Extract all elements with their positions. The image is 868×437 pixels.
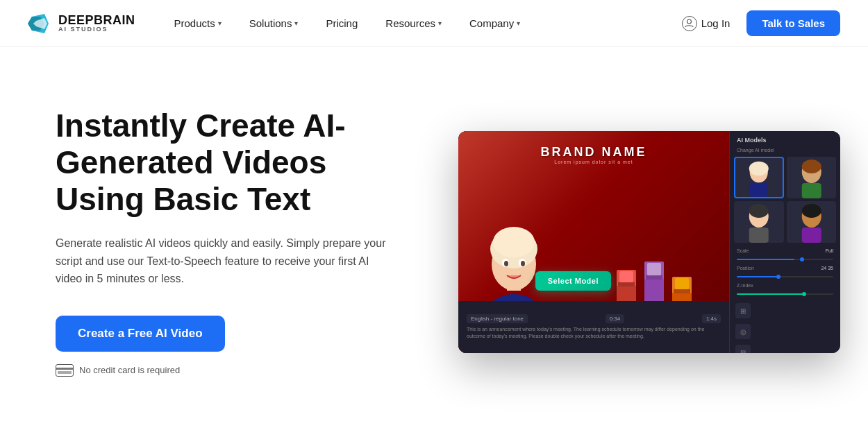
svg-rect-32 bbox=[801, 183, 821, 198]
time-badge-1: 0:34 bbox=[606, 314, 625, 323]
nav-item-solutions[interactable]: Solutions ▾ bbox=[238, 12, 310, 35]
deepbrain-logo-icon bbox=[28, 11, 53, 36]
panel-avatar-svg-3 bbox=[734, 201, 784, 243]
nav-item-resources[interactable]: Resources ▾ bbox=[374, 12, 453, 35]
logo-brand: DEEPBRAIN bbox=[58, 14, 135, 26]
scale-slider[interactable] bbox=[737, 259, 833, 260]
bottom-bar-script-text: This is an announcement where today's me… bbox=[467, 326, 721, 340]
scale-value: Full bbox=[826, 248, 833, 253]
main-content: Instantly Create AI-Generated Videos Usi… bbox=[0, 47, 868, 437]
credit-card-icon bbox=[56, 364, 74, 377]
product-screenshot: BRAND NAME Lorem ipsum dolor sit a met bbox=[458, 131, 840, 353]
panel-avatar-svg-1 bbox=[735, 158, 783, 197]
svg-rect-40 bbox=[801, 228, 821, 243]
nav-links: Products ▾ Solutions ▾ Pricing Resources… bbox=[163, 12, 674, 35]
svg-rect-6 bbox=[618, 282, 635, 286]
chevron-down-icon: ▾ bbox=[517, 19, 520, 27]
brand-name-text: BRAND NAME bbox=[541, 145, 647, 160]
panel-ai-models-title: AI Models bbox=[734, 137, 836, 144]
panel-zindex-row: Z-Index bbox=[734, 282, 836, 289]
svg-rect-11 bbox=[647, 263, 661, 275]
right-panel: BRAND NAME Lorem ipsum dolor sit a met bbox=[458, 131, 840, 353]
nav-item-company[interactable]: Company ▾ bbox=[458, 12, 531, 35]
brand-overlay: BRAND NAME Lorem ipsum dolor sit a met bbox=[541, 145, 647, 164]
screenshot-bottom-bar: English - regular tone 0:34 1:4s This is… bbox=[458, 301, 729, 353]
svg-rect-10 bbox=[646, 275, 662, 280]
svg-rect-15 bbox=[675, 278, 689, 289]
nav-right: Log In Talk to Sales bbox=[674, 10, 840, 37]
panel-avatar-card-3[interactable] bbox=[734, 201, 784, 243]
logo-text: DEEPBRAIN AI STUDIOS bbox=[58, 14, 135, 33]
svg-rect-36 bbox=[749, 228, 769, 243]
svg-rect-28 bbox=[750, 182, 768, 197]
user-avatar-icon bbox=[685, 19, 694, 28]
bottom-bar-top-row: English - regular tone 0:34 1:4s bbox=[467, 314, 721, 323]
talk-to-sales-button[interactable]: Talk to Sales bbox=[746, 10, 840, 36]
svg-point-39 bbox=[801, 204, 821, 218]
panel-avatar-svg-2 bbox=[787, 157, 837, 198]
hero-subtitle: Generate realistic AI videos quickly and… bbox=[56, 234, 389, 288]
create-free-video-button[interactable]: Create a Free AI Video bbox=[56, 316, 225, 352]
language-badge: English - regular tone bbox=[467, 314, 528, 323]
panel-avatar-svg-4 bbox=[787, 201, 837, 243]
svg-point-27 bbox=[749, 162, 769, 176]
login-button[interactable]: Log In bbox=[674, 10, 739, 37]
navbar: DEEPBRAIN AI STUDIOS Products ▾ Solution… bbox=[0, 0, 868, 47]
tool-icon-3[interactable]: ⊟ bbox=[735, 345, 751, 353]
panel-position-row: Position 24 35 bbox=[734, 264, 836, 272]
panel-avatar-card-2[interactable] bbox=[787, 157, 837, 198]
svg-point-35 bbox=[749, 204, 769, 218]
svg-point-3 bbox=[687, 19, 692, 24]
position-label: Position bbox=[737, 266, 754, 271]
position-slider[interactable] bbox=[737, 276, 833, 277]
zindex-label: Z-Index bbox=[737, 283, 753, 288]
logo-sub: AI STUDIOS bbox=[58, 26, 135, 33]
panel-change-label: Change AI model bbox=[734, 148, 836, 153]
select-model-button[interactable]: Select Model bbox=[535, 271, 611, 291]
nav-item-pricing[interactable]: Pricing bbox=[315, 12, 369, 35]
hero-title: Instantly Create AI-Generated Videos Usi… bbox=[56, 108, 417, 218]
scale-label: Scale bbox=[737, 248, 749, 253]
time-badge-2: 1:4s bbox=[702, 314, 721, 323]
brand-sub-text: Lorem ipsum dolor sit a met bbox=[541, 160, 647, 164]
panel-toolbar: ⊞ ◎ ⊟ ↕ bbox=[734, 300, 836, 353]
svg-rect-14 bbox=[674, 289, 690, 293]
chevron-down-icon: ▾ bbox=[438, 19, 442, 27]
left-panel: Instantly Create AI-Generated Videos Usi… bbox=[56, 108, 417, 376]
svg-point-31 bbox=[801, 160, 821, 173]
screenshot-main-scene: BRAND NAME Lorem ipsum dolor sit a met bbox=[458, 131, 729, 353]
no-credit-label: No credit card is required bbox=[56, 364, 417, 377]
screenshot-right-panel: AI Models Change AI model bbox=[729, 131, 840, 353]
svg-rect-7 bbox=[619, 271, 633, 282]
panel-avatar-grid bbox=[734, 157, 836, 243]
panel-avatar-card-1[interactable] bbox=[734, 157, 784, 198]
logo[interactable]: DEEPBRAIN AI STUDIOS bbox=[28, 11, 135, 36]
panel-controls: Scale Full Position 24 35 bbox=[734, 247, 836, 296]
svg-point-24 bbox=[521, 261, 525, 266]
position-values: 24 35 bbox=[821, 266, 833, 271]
tool-icon-2[interactable]: ◎ bbox=[735, 324, 751, 339]
svg-point-20 bbox=[493, 227, 535, 257]
panel-scale-row: Scale Full bbox=[734, 247, 836, 255]
panel-avatar-card-4[interactable] bbox=[787, 201, 837, 243]
svg-point-23 bbox=[504, 261, 508, 266]
user-icon bbox=[682, 16, 697, 31]
zindex-slider[interactable] bbox=[737, 293, 833, 295]
chevron-down-icon: ▾ bbox=[218, 19, 222, 27]
nav-item-products[interactable]: Products ▾ bbox=[163, 12, 233, 35]
tool-icon-1[interactable]: ⊞ bbox=[735, 303, 751, 318]
chevron-down-icon: ▾ bbox=[294, 19, 298, 27]
